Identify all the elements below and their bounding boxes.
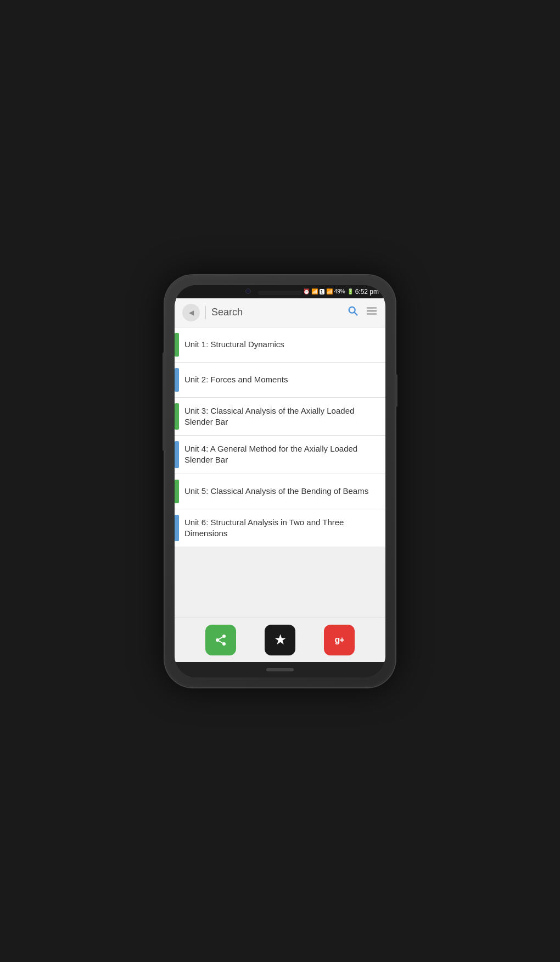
status-icons: ⏰ 📶 1 📶 49% 🔋 6:52 pm: [303, 288, 379, 296]
camera: [245, 288, 251, 294]
unit-item-4[interactable]: Unit 4: A General Method for the Axially…: [175, 436, 385, 474]
home-button[interactable]: [266, 668, 294, 671]
status-time: 6:52 pm: [355, 288, 379, 296]
svg-line-1: [354, 312, 357, 315]
phone-frame: ⏰ 📶 1 📶 49% 🔋 6:52 pm Search: [165, 275, 395, 687]
unit-label-1: Unit 1: Structural Dynamics: [179, 327, 291, 362]
unit-color-bar-3: [175, 403, 179, 430]
unit-label-5: Unit 5: Classical Analysis of the Bendin…: [179, 474, 375, 509]
share-icon: [214, 633, 227, 647]
menu-button[interactable]: [366, 305, 378, 320]
screen-content: Search: [175, 298, 385, 662]
svg-line-8: [219, 641, 223, 643]
gplus-icon: g+: [334, 635, 344, 645]
unit-label-4: Unit 4: A General Method for the Axially…: [179, 436, 385, 474]
phone-bottom: [175, 662, 385, 677]
menu-icon: [366, 305, 378, 320]
unit-color-bar-1: [175, 333, 179, 357]
star-icon: ★: [274, 631, 287, 648]
unit-item-6[interactable]: Unit 6: Structural Analysis in Two and T…: [175, 509, 385, 548]
unit-list: Unit 1: Structural Dynamics Unit 2: Forc…: [175, 327, 385, 618]
unit-label-6: Unit 6: Structural Analysis in Two and T…: [179, 509, 385, 547]
unit-label-3: Unit 3: Classical Analysis of the Axiall…: [179, 398, 385, 436]
list-footer-space: [175, 547, 385, 580]
battery-icon: 🔋: [347, 288, 354, 294]
unit-item-2[interactable]: Unit 2: Forces and Moments: [175, 363, 385, 398]
svg-point-7: [222, 642, 226, 646]
toolbar-divider: [205, 306, 206, 319]
star-button[interactable]: ★: [265, 625, 295, 655]
toolbar-title: Search: [211, 307, 341, 318]
unit-label-2: Unit 2: Forces and Moments: [179, 363, 294, 397]
back-button[interactable]: [182, 304, 200, 321]
phone-screen: ⏰ 📶 1 📶 49% 🔋 6:52 pm Search: [175, 285, 385, 677]
alarm-icon: ⏰: [303, 288, 310, 294]
gplus-button[interactable]: g+: [324, 625, 355, 655]
sim-icon: 1: [320, 289, 324, 294]
unit-color-bar-2: [175, 368, 179, 392]
unit-item-5[interactable]: Unit 5: Classical Analysis of the Bendin…: [175, 474, 385, 509]
toolbar-icons: [347, 305, 378, 320]
toolbar: Search: [175, 298, 385, 327]
signal-icon: 📶: [326, 288, 333, 294]
unit-item-3[interactable]: Unit 3: Classical Analysis of the Axiall…: [175, 398, 385, 436]
battery-label: 49%: [334, 288, 345, 294]
wifi-icon: 📶: [311, 288, 318, 294]
unit-item-1[interactable]: Unit 1: Structural Dynamics: [175, 327, 385, 363]
bottom-bar: ★ g+: [175, 618, 385, 662]
unit-color-bar-4: [175, 441, 179, 468]
speaker: [258, 291, 302, 295]
search-button[interactable]: [347, 305, 359, 320]
svg-point-5: [222, 635, 226, 638]
search-icon: [347, 305, 359, 320]
unit-color-bar-6: [175, 515, 179, 542]
svg-point-6: [216, 638, 219, 642]
unit-color-bar-5: [175, 480, 179, 503]
share-button[interactable]: [205, 625, 236, 655]
svg-line-9: [219, 637, 223, 639]
